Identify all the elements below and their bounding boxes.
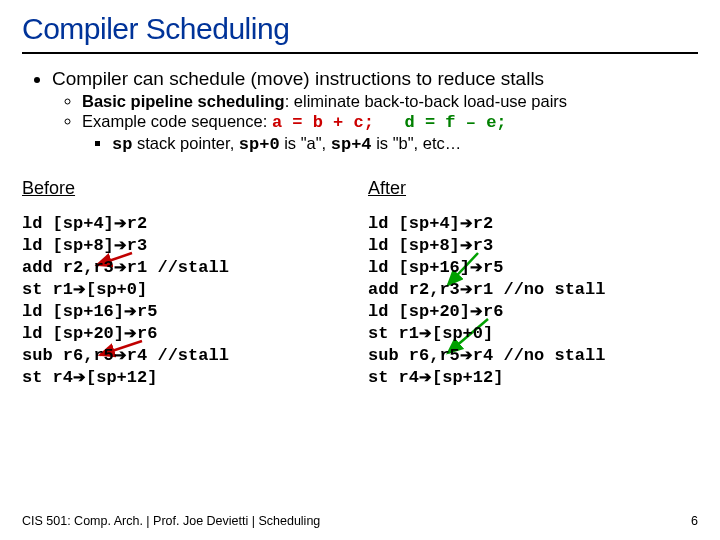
a-line5: ld [sp+20]➔r6 xyxy=(368,301,698,323)
subbullet-2: Example code sequence: a = b + c; d = f … xyxy=(82,112,698,154)
gap xyxy=(374,113,405,132)
arrow-icon: ➔ xyxy=(73,367,86,387)
a-line2: ld [sp+8]➔r3 xyxy=(368,235,698,257)
arrow-icon: ➔ xyxy=(124,301,137,321)
a-line6: st r1➔[sp+0] xyxy=(368,323,698,345)
a-line1: ld [sp+4]➔r2 xyxy=(368,213,698,235)
footer: CIS 501: Comp. Arch. | Prof. Joe Deviett… xyxy=(22,514,698,528)
before-column: Before ld [sp+4]➔r2 ld [sp+8]➔r3 add r2,… xyxy=(22,178,352,389)
a-line4: add r2,r3➔r1 //no stall xyxy=(368,279,698,301)
b-line7: sub r6,r5➔r4 //stall xyxy=(22,345,352,367)
arrow-icon: ➔ xyxy=(114,345,127,365)
before-code: ld [sp+4]➔r2 ld [sp+8]➔r3 add r2,r3➔r1 /… xyxy=(22,213,352,389)
a-line7: sub r6,r5➔r4 //no stall xyxy=(368,345,698,367)
sp4-code: sp+4 xyxy=(331,135,372,154)
b-line8: st r4➔[sp+12] xyxy=(22,367,352,389)
arrow-icon: ➔ xyxy=(460,279,473,299)
before-heading: Before xyxy=(22,178,352,199)
after-heading: After xyxy=(368,178,698,199)
sub2-intro: Example code sequence: xyxy=(82,112,272,130)
subbullet-1: Basic pipeline scheduling: eliminate bac… xyxy=(82,92,698,111)
code-expr-2: d = f – e; xyxy=(405,113,507,132)
arrow-icon: ➔ xyxy=(470,257,483,277)
sp4-desc: is "b", etc… xyxy=(372,134,462,152)
arrow-icon: ➔ xyxy=(114,213,127,233)
arrow-icon: ➔ xyxy=(114,235,127,255)
b-line3: add r2,r3➔r1 //stall xyxy=(22,257,352,279)
subsubbullet-1: sp stack pointer, sp+0 is "a", sp+4 is "… xyxy=(112,134,698,154)
arrow-icon: ➔ xyxy=(124,323,137,343)
b-line1: ld [sp+4]➔r2 xyxy=(22,213,352,235)
a-line8: st r4➔[sp+12] xyxy=(368,367,698,389)
sub1-rest: : eliminate back-to-back load-use pairs xyxy=(285,92,567,110)
arrow-icon: ➔ xyxy=(460,235,473,255)
bullet-1-text: Compiler can schedule (move) instruction… xyxy=(52,68,544,89)
sp-code: sp xyxy=(112,135,132,154)
b-line2: ld [sp+8]➔r3 xyxy=(22,235,352,257)
code-comparison: Before ld [sp+4]➔r2 ld [sp+8]➔r3 add r2,… xyxy=(22,178,698,389)
arrow-icon: ➔ xyxy=(470,301,483,321)
after-code: ld [sp+4]➔r2 ld [sp+8]➔r3 ld [sp+16]➔r5 … xyxy=(368,213,698,389)
b-line4: st r1➔[sp+0] xyxy=(22,279,352,301)
b-line5: ld [sp+16]➔r5 xyxy=(22,301,352,323)
b-line6: ld [sp+20]➔r6 xyxy=(22,323,352,345)
arrow-icon: ➔ xyxy=(460,345,473,365)
a-line3: ld [sp+16]➔r5 xyxy=(368,257,698,279)
page-title: Compiler Scheduling xyxy=(22,12,698,54)
arrow-icon: ➔ xyxy=(419,367,432,387)
arrow-icon: ➔ xyxy=(460,213,473,233)
arrow-icon: ➔ xyxy=(419,323,432,343)
code-expr-1: a = b + c; xyxy=(272,113,374,132)
arrow-icon: ➔ xyxy=(73,279,86,299)
bullet-1: Compiler can schedule (move) instruction… xyxy=(52,68,698,154)
after-column: After ld [sp+4]➔r2 ld [sp+8]➔r3 ld [sp+1… xyxy=(368,178,698,389)
arrow-icon: ➔ xyxy=(114,257,127,277)
sp0-desc: is "a", xyxy=(280,134,331,152)
bold-term: Basic pipeline scheduling xyxy=(82,92,285,110)
page-number: 6 xyxy=(691,514,698,528)
footer-text: CIS 501: Comp. Arch. | Prof. Joe Deviett… xyxy=(22,514,320,528)
bullet-list: Compiler can schedule (move) instruction… xyxy=(22,68,698,154)
sp-desc: stack pointer, xyxy=(132,134,238,152)
sp0-code: sp+0 xyxy=(239,135,280,154)
